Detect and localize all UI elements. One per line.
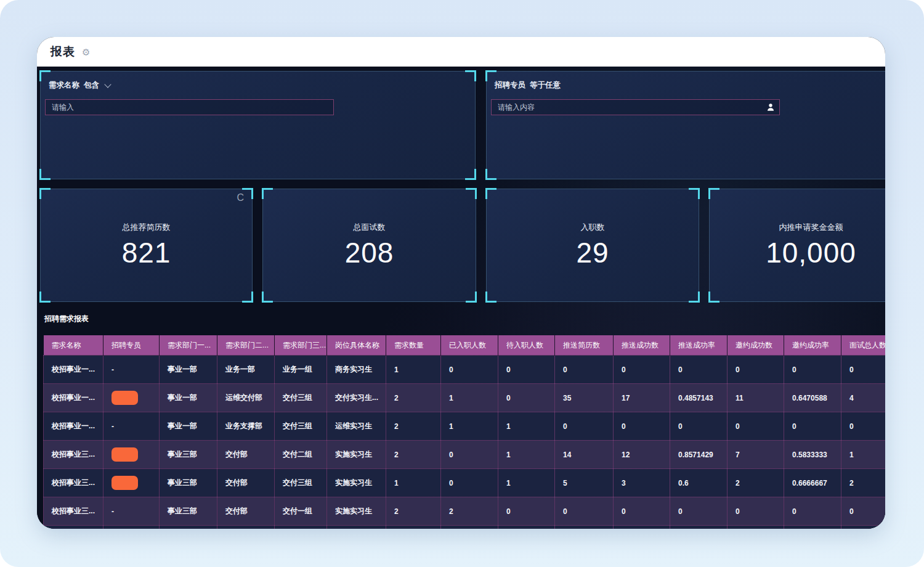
table-cell [327,526,386,529]
table-cell: 交付三组 [275,384,327,412]
table-cell: 0.6470588 [784,384,841,412]
table-cell: 运维交付部 [217,384,275,412]
table-row: 校招事业三...事业三部交付部交付三组实施实习生101530.620.66666… [44,469,886,497]
recruiter-input[interactable] [491,99,780,115]
filter-operator[interactable]: 包含 [84,80,99,91]
table-cell: 0 [784,412,841,441]
table-cell [103,384,160,412]
table-cell: 0 [727,412,784,441]
table-cell: 11 [727,384,784,412]
stat-card-total-interviews: 总面试数 208 [262,189,476,302]
table-cell: 0 [670,412,727,441]
page-title: 报表 [51,44,75,60]
table-cell: 0 [555,497,614,526]
table-cell: - [103,356,160,384]
filter-field-name: 需求名称 [49,80,79,91]
stat-label: 内推申请奖金金额 [779,222,843,233]
settings-gear-icon[interactable]: ⚙ [82,47,90,57]
table-cell: 实施实习生 [327,469,386,497]
table-cell: 1 [386,356,441,384]
column-header: 推送简历数 [555,335,614,356]
table-cell: 17 [614,384,670,412]
table-cell: - [103,412,160,441]
table-row: 校招事业一...-事业一部业务一部业务一组商务实习生100000000 [44,356,886,384]
refresh-icon[interactable]: C [237,193,244,203]
table-cell: 交付部 [217,441,275,469]
table-cell: 0 [498,356,555,384]
table-cell: 商务实习生 [327,356,386,384]
table-cell: 1 [498,412,555,441]
table-cell: 0 [555,356,614,384]
table-section: 招聘需求报表 需求名称招聘专员需求部门一...需求部门二...需求部门三...岗… [43,308,885,529]
table-cell: 事业一部 [160,356,217,384]
table-cell: 校招事业三... [44,497,103,526]
column-header: 面试总人数 [841,335,886,356]
stat-label: 入职数 [581,222,605,233]
table-cell: 0 [614,356,670,384]
stat-card-total-resumes: C 总推荐简历数 821 [40,189,253,302]
stat-value: 29 [576,236,609,269]
stat-card-referral-bonus: 内推申请奖金金额 10,000 [709,189,885,302]
stat-inner: 内推申请奖金金额 10,000 [710,189,885,301]
table-cell: 交付三组 [275,412,327,441]
table-cell: 35 [555,384,614,412]
column-header: 邀约成功数 [727,335,784,356]
table-cell: 0 [670,497,727,526]
dashboard-body: 需求名称 包含 招聘专员 等于任意 [37,67,885,529]
column-header: 需求部门二... [217,335,275,356]
requirement-name-input[interactable] [45,99,334,115]
column-header: 已入职人数 [441,335,498,356]
table-cell: 1 [441,412,498,441]
table-cell: 0 [555,412,614,441]
column-header: 待入职人数 [498,335,555,356]
redacted-name-pill [111,476,138,490]
table-cell: 交付一组 [275,497,327,526]
table-cell: 4 [841,384,886,412]
filter-operator: 等于任意 [530,80,561,91]
column-header: 推送成功率 [670,335,727,356]
table-cell: 0.5833333 [784,441,841,469]
chevron-down-icon[interactable] [104,81,111,88]
table-cell [555,526,614,529]
table-cell: 7 [727,441,784,469]
redacted-name-pill [111,447,138,462]
filter-label: 需求名称 包含 [41,71,475,91]
table-cell: 校招事业一... [44,412,103,441]
table-cell: - [103,497,160,526]
table-cell: 2 [386,497,441,526]
table-cell [275,526,327,529]
table-cell: 2 [386,441,441,469]
stat-value: 208 [345,236,394,269]
stat-card-onboarded: 入职数 29 [486,189,699,302]
table-cell [727,526,784,529]
table-cell: 1 [498,469,555,497]
corner-bracket [485,169,496,180]
column-header: 需求部门一... [160,335,217,356]
table-cell: 事业三部 [160,469,217,497]
table-cell: 业务一组 [275,356,327,384]
table-cell: 0 [441,356,498,384]
table-cell: 2 [441,497,498,526]
table-cell: 事业一部 [160,384,217,412]
table-cell: 0 [841,412,886,441]
table-cell: 0 [441,469,498,497]
table-cell: 14 [555,441,614,469]
table-cell: 0 [841,497,886,526]
requirements-table: 需求名称招聘专员需求部门一...需求部门二...需求部门三...岗位具体名称需求… [43,335,885,529]
table-cell: 实施实习生 [327,497,386,526]
person-icon[interactable] [766,102,776,112]
table-cell: 运维实习生 [327,412,386,441]
table-row: 校招事业一...事业一部运维交付部交付三组交付实习生...21035170.48… [44,384,886,412]
table-cell: 1 [386,469,441,497]
input-wrap [45,99,334,115]
table-cell: 1 [841,441,886,469]
table-row: 校招事业三...-事业三部交付部交付一组实施实习生220000000 [44,497,886,526]
stat-label: 总推荐简历数 [123,222,171,233]
stat-value: 10,000 [766,236,856,269]
table-cell [614,526,670,529]
filter-label: 招聘专员 等于任意 [487,71,885,91]
stat-inner: 总面试数 208 [263,189,476,301]
column-header: 需求名称 [44,335,103,356]
table-cell: 校招事业一... [44,356,103,384]
table-cell: 0 [670,356,727,384]
